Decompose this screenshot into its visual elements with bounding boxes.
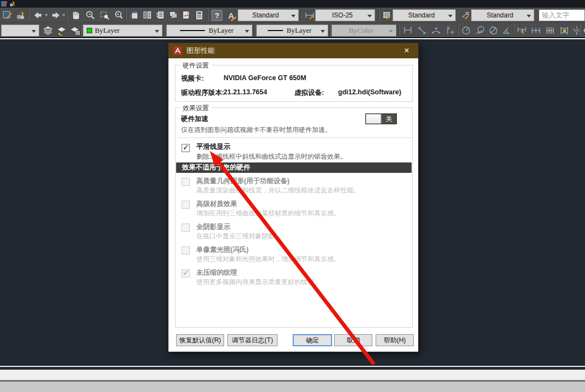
autocad-window: ? A Standard ISO-25 Standard Standard	[0, 0, 585, 392]
dim-baseline-icon[interactable]	[544, 25, 557, 37]
dialog-title: 图形性能	[186, 46, 215, 56]
uncompressed-textures-checkbox	[182, 269, 190, 278]
app-mini-icon[interactable]	[1, 1, 8, 7]
smooth-line-desc: 删除二维线框中斜线和曲线式边显示时的锯齿效果。	[196, 152, 347, 161]
table-style-icon[interactable]	[381, 9, 394, 21]
dim-aligned-icon[interactable]	[415, 25, 429, 37]
layer-previous-icon[interactable]	[55, 25, 68, 37]
dim-radius-icon[interactable]	[460, 25, 473, 37]
chevron-down-icon	[367, 15, 372, 17]
per-pixel-lighting-desc: 使用三维对象和光照效果时，增加细节和真实感。	[196, 255, 340, 264]
toolbar-separator	[580, 25, 580, 37]
dim-style-value: ISO-25	[332, 11, 353, 19]
color-swatch	[87, 28, 92, 33]
dim-linear-icon[interactable]	[401, 25, 414, 37]
status-bar	[0, 382, 585, 392]
text-style-value: Standard	[252, 11, 279, 19]
dim-style-icon[interactable]	[303, 9, 316, 21]
hardware-acceleration-toggle[interactable]: 关	[365, 113, 397, 124]
zoom-window-icon[interactable]	[98, 9, 111, 21]
dim-diameter-icon[interactable]	[487, 25, 500, 37]
linetype-combo[interactable]: ByLayer	[166, 25, 252, 37]
toolbar-separator	[125, 9, 126, 21]
per-pixel-lighting-checkbox	[182, 246, 190, 255]
chevron-down-icon	[245, 30, 249, 33]
workspace-combo[interactable]	[1, 25, 39, 37]
style-window-icon[interactable]	[1, 9, 14, 21]
dim-continue-icon[interactable]	[529, 25, 542, 37]
help-button[interactable]: 帮助(H)	[376, 334, 414, 346]
hardware-acceleration-desc: 仅在遇到图形问题或视频卡不兼容时禁用硬件加速。	[181, 125, 331, 135]
lineweight-combo[interactable]: ByLayer	[256, 25, 328, 37]
driver-version-value: 21.21.13.7654	[224, 88, 267, 96]
mleader-style-icon[interactable]	[459, 9, 472, 21]
tuner-log-button[interactable]: 调节器日志(T)	[227, 334, 278, 346]
dim-arc-length-icon[interactable]	[430, 25, 443, 37]
table-style-combo[interactable]: Standard	[393, 9, 456, 21]
dim-center-icon[interactable]	[581, 25, 585, 37]
help-glyph: ?	[212, 10, 222, 21]
chevron-down-icon	[389, 30, 393, 33]
restore-defaults-button[interactable]: 恢复默认值(R)	[176, 334, 224, 346]
text-entry-input[interactable]	[539, 9, 585, 21]
plot-style-combo: ByColor	[331, 25, 396, 37]
uncompressed-textures-desc: 使用更多视频内存来显示质量更好的纹理。	[196, 278, 321, 287]
virtual-device-value: gdi12.hdi(Software)	[338, 88, 401, 96]
dim-jogged-icon[interactable]	[473, 25, 486, 37]
toolbar-row-1: ? A Standard ISO-25 Standard Standard	[0, 8, 585, 23]
toolbar-separator	[254, 25, 255, 37]
driver-version-label: 驱动程序版本:	[181, 88, 224, 98]
pan-hand-icon[interactable]	[70, 9, 83, 21]
lineweight-sample	[268, 30, 283, 31]
lightning-tool-icon[interactable]	[14, 9, 27, 21]
mleader-style-combo[interactable]: Standard	[471, 9, 534, 21]
effects-group-legend: 效果设置	[180, 104, 212, 113]
undo-icon[interactable]	[32, 9, 45, 21]
tool-mini-icon[interactable]	[9, 1, 16, 7]
layer-properties-icon[interactable]	[41, 25, 55, 37]
properties-palette-icon[interactable]	[128, 9, 141, 21]
dialog-titlebar[interactable]: 图形性能 ×	[168, 43, 418, 58]
full-shadow-label: 全阴影显示	[196, 222, 231, 232]
quickcalc-icon[interactable]	[193, 9, 206, 21]
uncompressed-textures-label: 未压缩的纹理	[196, 268, 237, 278]
video-card-label: 视频卡:	[181, 74, 204, 83]
section-divider	[176, 137, 412, 138]
markup-set-manager-icon[interactable]	[180, 9, 193, 21]
zoom-realtime-icon[interactable]	[84, 9, 97, 21]
toolbar-separator	[164, 25, 165, 37]
designcenter-icon[interactable]	[141, 9, 154, 21]
redo-icon[interactable]	[49, 9, 62, 21]
sheet-set-manager-icon[interactable]	[167, 9, 180, 21]
zoom-previous-icon[interactable]	[112, 9, 125, 21]
hardware-settings-group: 硬件设置 视频卡: NVIDIA GeForce GT 650M 驱动程序版本:…	[175, 65, 413, 102]
dim-style-combo[interactable]: ISO-25	[315, 9, 375, 21]
close-icon[interactable]: ×	[400, 45, 413, 57]
tool-palettes-icon[interactable]	[154, 9, 167, 21]
dim-space-icon[interactable]	[558, 25, 571, 37]
dim-quick-icon[interactable]	[515, 25, 528, 37]
text-style-combo[interactable]: Standard	[238, 9, 299, 21]
toolbar-separator	[67, 9, 67, 21]
dim-angular-icon[interactable]	[500, 25, 513, 37]
layer-states-icon[interactable]	[69, 25, 82, 37]
cancel-button[interactable]: 取消	[334, 334, 372, 346]
dim-ordinate-icon[interactable]	[444, 25, 457, 37]
toolbar-separator	[28, 9, 29, 21]
advanced-material-checkbox	[182, 201, 190, 209]
smooth-line-label: 平滑线显示	[196, 142, 231, 152]
chevron-down-icon	[155, 30, 159, 33]
text-style-icon[interactable]: A	[225, 9, 238, 21]
help-icon[interactable]: ?	[210, 9, 224, 21]
smooth-line-checkbox[interactable]	[182, 144, 190, 152]
command-line-bar[interactable]	[0, 370, 585, 380]
high-quality-geometry-desc: 高质量渲染曲线和线宽，并以二维线框改进反走样性能。	[196, 186, 360, 195]
high-quality-geometry-label: 高质量几何图形(用于功能设备)	[196, 177, 290, 186]
ok-button[interactable]: 确定	[293, 334, 332, 346]
hardware-group-legend: 硬件设置	[180, 61, 212, 70]
redo-dropdown-caret-icon[interactable]	[62, 14, 65, 16]
autocad-logo-icon	[173, 46, 182, 55]
undo-dropdown-caret-icon[interactable]	[45, 14, 48, 16]
per-pixel-lighting-label: 单像素光照(冯氏)	[196, 245, 249, 255]
object-color-combo[interactable]: ByLayer	[83, 25, 162, 37]
